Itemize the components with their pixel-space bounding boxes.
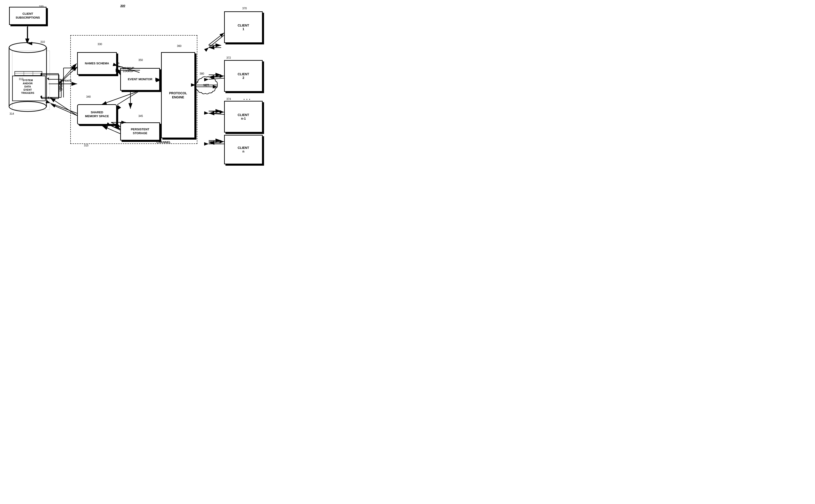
protocol-engine-box: PROTOCOLENGINE xyxy=(161,52,195,138)
svg-line-92 xyxy=(209,33,224,45)
channel-label: CHANNEL xyxy=(156,141,171,144)
ref-312: 312 xyxy=(19,78,23,81)
event-monitor-box: EVENT MONITOR xyxy=(120,68,160,91)
ref-360: 360 xyxy=(177,44,181,48)
ref-374: 374 xyxy=(227,97,231,101)
client-1-box: CLIENT1 xyxy=(224,11,263,43)
ref-314: 314 xyxy=(10,112,14,115)
shared-memory-box: SHAREDMEMORY SPACE xyxy=(77,104,117,125)
svg-text:TRIGGERS: TRIGGERS xyxy=(21,92,34,94)
client-n1-box: CLIENTn-1 xyxy=(224,101,263,133)
ref-376: 376 xyxy=(227,131,231,135)
client-n-box: CLIENTn xyxy=(224,135,263,164)
diagram: LOOKUP xyxy=(0,0,272,168)
svg-text:DATA: DATA xyxy=(24,85,31,88)
ref-380: 380 xyxy=(199,72,204,75)
dots: . . . xyxy=(244,95,251,101)
net-cloud: NET. xyxy=(195,75,218,96)
svg-line-96 xyxy=(209,111,224,112)
svg-point-34 xyxy=(9,102,46,111)
ref-370: 370 xyxy=(242,7,247,10)
database-cylinder: SYSTEM AND/OR DATA EVENT TRIGGERS xyxy=(8,41,50,113)
svg-point-33 xyxy=(9,43,46,53)
ref-330: 330 xyxy=(97,43,102,46)
update-label: UPDATE xyxy=(59,80,62,91)
ref-310: 310 xyxy=(40,40,45,44)
svg-text:SYSTEM: SYSTEM xyxy=(22,79,33,82)
ref-340: 340 xyxy=(86,95,91,98)
svg-line-93 xyxy=(209,35,224,48)
client-subscriptions-box: CLIENTSUBSCRIPTIONS xyxy=(9,7,46,25)
client-2-box: CLIENT2 xyxy=(224,60,263,92)
names-schema-box: NAMES SCHEMA xyxy=(77,52,117,75)
svg-rect-36 xyxy=(15,71,42,75)
ref-350: 350 xyxy=(138,58,143,62)
svg-line-97 xyxy=(209,113,224,114)
svg-text:AND/OR: AND/OR xyxy=(23,82,32,85)
ref-320: 320 xyxy=(39,5,44,8)
svg-text:EVENT: EVENT xyxy=(24,88,32,91)
persistent-storage-box: PERSISTENTSTORAGE xyxy=(120,122,160,141)
ref-372: 372 xyxy=(227,56,231,59)
diagram-ref: 300 xyxy=(120,4,125,7)
ref-345: 345 xyxy=(138,114,143,118)
ref-315: 315 xyxy=(84,144,88,147)
svg-text:NET.: NET. xyxy=(203,84,210,87)
